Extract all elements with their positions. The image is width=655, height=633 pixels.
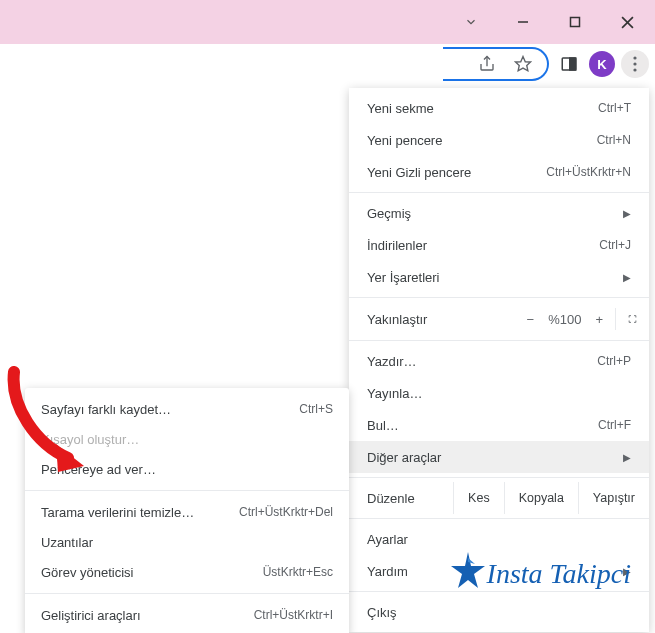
- menu-divider: [349, 518, 649, 519]
- menu-shortcut: Ctrl+J: [599, 238, 631, 252]
- menu-label: Çıkış: [367, 605, 631, 620]
- submenu-create-shortcut[interactable]: Kısayol oluştur…: [25, 424, 349, 454]
- menu-label: Yeni Gizli pencere: [367, 165, 546, 180]
- menu-label: Düzenle: [367, 491, 453, 506]
- menu-new-tab[interactable]: Yeni sekme Ctrl+T: [349, 92, 649, 124]
- menu-shortcut: Ctrl+ÜstKrktr+Del: [239, 505, 333, 519]
- svg-point-8: [633, 56, 636, 59]
- maximize-button[interactable]: [555, 8, 595, 36]
- menu-label: Yeni sekme: [367, 101, 598, 116]
- watermark: Insta Takipci: [451, 552, 631, 595]
- menu-label: Uzantılar: [41, 535, 333, 550]
- menu-downloads[interactable]: İndirilenler Ctrl+J: [349, 229, 649, 261]
- menu-divider: [25, 593, 349, 594]
- menu-zoom: Yakınlaştır − %100 +: [349, 302, 649, 336]
- window-titlebar: [0, 0, 655, 44]
- menu-exit[interactable]: Çıkış: [349, 596, 649, 628]
- menu-divider: [25, 490, 349, 491]
- star-logo-icon: [451, 552, 485, 595]
- submenu-name-window[interactable]: Pencereye ad ver…: [25, 454, 349, 484]
- menu-label: Yakınlaştır: [367, 312, 527, 327]
- menu-label: Diğer araçlar: [367, 450, 615, 465]
- menu-label: Yazdır…: [367, 354, 597, 369]
- side-panel-icon[interactable]: [555, 50, 583, 78]
- svg-marker-5: [516, 57, 531, 71]
- share-icon[interactable]: [473, 50, 501, 78]
- menu-divider: [349, 477, 649, 478]
- menu-label: Yayınla…: [367, 386, 631, 401]
- svg-marker-12: [451, 552, 485, 588]
- profile-avatar[interactable]: K: [589, 51, 615, 77]
- svg-rect-1: [571, 18, 580, 27]
- zoom-in-button[interactable]: +: [595, 312, 603, 327]
- menu-label: Pencereye ad ver…: [41, 462, 333, 477]
- menu-shortcut: Ctrl+ÜstKrktr+I: [254, 608, 333, 622]
- submenu-dev-tools[interactable]: Geliştirici araçları Ctrl+ÜstKrktr+I: [25, 600, 349, 630]
- menu-shortcut: Ctrl+S: [299, 402, 333, 416]
- menu-label: Geliştirici araçları: [41, 608, 254, 623]
- menu-label: Görev yöneticisi: [41, 565, 263, 580]
- more-tools-submenu: Sayfayı farklı kaydet… Ctrl+S Kısayol ol…: [25, 388, 349, 633]
- edit-paste-button[interactable]: Yapıştır: [578, 482, 649, 514]
- tab-chevron-icon[interactable]: [451, 8, 491, 36]
- menu-label: Geçmiş: [367, 206, 615, 221]
- menu-edit: Düzenle Kes Kopyala Yapıştır: [349, 482, 649, 514]
- menu-shortcut: Ctrl+F: [598, 418, 631, 432]
- omnibox-region: [0, 44, 549, 84]
- menu-print[interactable]: Yazdır… Ctrl+P: [349, 345, 649, 377]
- submenu-save-as[interactable]: Sayfayı farklı kaydet… Ctrl+S: [25, 394, 349, 424]
- menu-more-tools[interactable]: Diğer araçlar ▶: [349, 441, 649, 473]
- kebab-menu-button[interactable]: [621, 50, 649, 78]
- menu-bookmarks[interactable]: Yer İşaretleri ▶: [349, 261, 649, 293]
- svg-point-9: [633, 62, 636, 65]
- minimize-button[interactable]: [503, 8, 543, 36]
- submenu-extensions[interactable]: Uzantılar: [25, 527, 349, 557]
- menu-label: Yer İşaretleri: [367, 270, 615, 285]
- menu-new-window[interactable]: Yeni pencere Ctrl+N: [349, 124, 649, 156]
- menu-label: İndirilenler: [367, 238, 599, 253]
- menu-divider: [349, 297, 649, 298]
- menu-cast[interactable]: Yayınla…: [349, 377, 649, 409]
- watermark-text: Insta Takipci: [487, 558, 631, 590]
- browser-toolbar: K: [0, 44, 655, 84]
- menu-divider: [349, 192, 649, 193]
- menu-shortcut: Ctrl+T: [598, 101, 631, 115]
- menu-shortcut: Ctrl+N: [597, 133, 631, 147]
- avatar-letter: K: [597, 57, 606, 72]
- omnibox-actions: [443, 47, 549, 81]
- chevron-right-icon: ▶: [623, 272, 631, 283]
- chevron-right-icon: ▶: [623, 208, 631, 219]
- svg-rect-7: [570, 58, 576, 70]
- close-button[interactable]: [607, 8, 647, 36]
- zoom-value: %100: [548, 312, 581, 327]
- fullscreen-icon[interactable]: [615, 308, 637, 330]
- star-icon[interactable]: [509, 50, 537, 78]
- menu-shortcut: ÜstKrktr+Esc: [263, 565, 333, 579]
- zoom-out-button[interactable]: −: [527, 312, 535, 327]
- menu-label: Bul…: [367, 418, 598, 433]
- menu-settings[interactable]: Ayarlar: [349, 523, 649, 555]
- chevron-right-icon: ▶: [623, 452, 631, 463]
- menu-label: Tarama verilerini temizle…: [41, 505, 239, 520]
- menu-shortcut: Ctrl+P: [597, 354, 631, 368]
- edit-cut-button[interactable]: Kes: [453, 482, 504, 514]
- menu-incognito[interactable]: Yeni Gizli pencere Ctrl+ÜstKrktr+N: [349, 156, 649, 188]
- svg-point-10: [633, 68, 636, 71]
- submenu-task-manager[interactable]: Görev yöneticisi ÜstKrktr+Esc: [25, 557, 349, 587]
- edit-copy-button[interactable]: Kopyala: [504, 482, 578, 514]
- submenu-clear-browsing-data[interactable]: Tarama verilerini temizle… Ctrl+ÜstKrktr…: [25, 497, 349, 527]
- menu-label: Kısayol oluştur…: [41, 432, 333, 447]
- menu-label: Ayarlar: [367, 532, 631, 547]
- menu-find[interactable]: Bul… Ctrl+F: [349, 409, 649, 441]
- menu-label: Yeni pencere: [367, 133, 597, 148]
- menu-shortcut: Ctrl+ÜstKrktr+N: [546, 165, 631, 179]
- menu-divider: [349, 340, 649, 341]
- menu-label: Sayfayı farklı kaydet…: [41, 402, 299, 417]
- main-menu: Yeni sekme Ctrl+T Yeni pencere Ctrl+N Ye…: [349, 88, 649, 632]
- menu-history[interactable]: Geçmiş ▶: [349, 197, 649, 229]
